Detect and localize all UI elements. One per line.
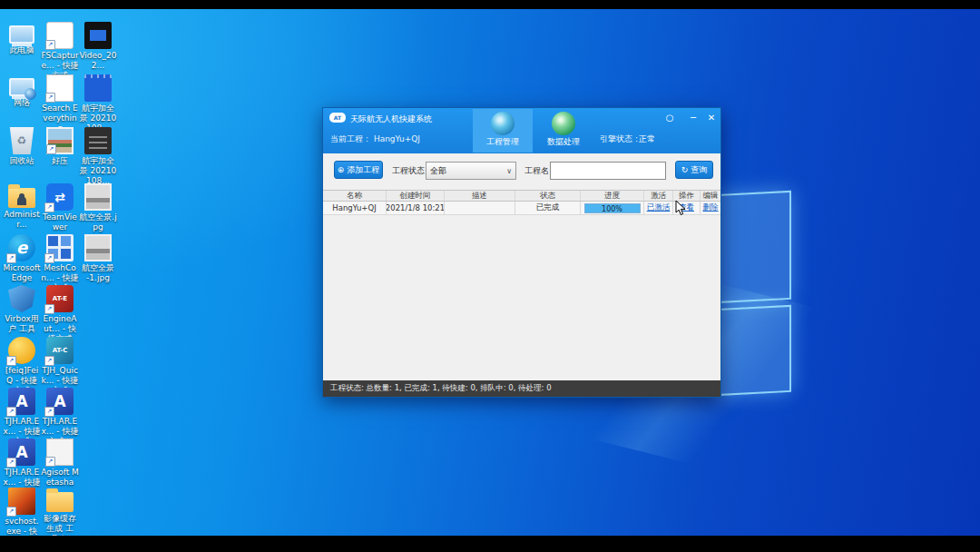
pano-video-icon xyxy=(84,74,112,102)
cell-created: 2021/1/8 10:21 xyxy=(387,202,445,214)
project-status-dropdown[interactable]: 全部 ∨ xyxy=(426,162,516,180)
meshconv-icon xyxy=(46,234,74,261)
feiq-icon xyxy=(8,337,35,364)
desktop-icon-virbox-tool[interactable]: Virbox用户 工具 xyxy=(3,285,41,334)
windows-logo-pane-top xyxy=(715,191,791,303)
pano-jpg-icon xyxy=(84,183,112,211)
col-description: 描述 xyxy=(445,191,515,201)
desktop-icon-admin-folder[interactable]: Administr... xyxy=(3,183,41,230)
desktop-icon-tjh-quick[interactable]: AT-CTJH_Quick... - 快捷方式 xyxy=(41,337,79,395)
col-created: 创建时间 xyxy=(387,191,445,201)
window-content: ⊕ 添加工程 工程状态 全部 ∨ 工程名 ↻ 查询 名称 创建时间 xyxy=(323,153,720,380)
icon-label: 影像缓存生成 工具-tx xyxy=(41,514,79,536)
activated-link[interactable]: 已激活 xyxy=(647,202,671,213)
windows-logo-pane-bottom xyxy=(715,305,791,396)
icon-label: 航空全景 -1.jpg xyxy=(79,263,117,283)
tjh-ar-3-icon: A xyxy=(8,439,35,466)
icon-glyph: AT-C xyxy=(53,348,68,354)
desktop-icon-network[interactable]: 网络 xyxy=(3,74,41,108)
desktop-icon-video-file[interactable]: Video_202... xyxy=(79,22,117,71)
delete-link[interactable]: 删除 xyxy=(703,202,719,213)
network-icon xyxy=(9,78,34,96)
icon-glyph: e xyxy=(16,240,27,256)
desktop-icon-tjh-ar-1[interactable]: ATJH.AR.Ex... - 快捷方式 xyxy=(3,388,41,446)
desktop-icon-engine-auto[interactable]: AT-EEngineAut... - 快捷方式 xyxy=(41,285,79,343)
mouse-cursor xyxy=(675,201,688,217)
desktop-icon-recycle-bin[interactable]: ♻回收站 xyxy=(3,127,41,166)
icon-glyph: AT-E xyxy=(53,296,67,302)
minimize-button[interactable]: ─ xyxy=(686,112,701,124)
desktop-icon-pano-video[interactable]: 航宇加全景 20210108... xyxy=(79,74,117,133)
icon-label: 回收站 xyxy=(3,156,41,166)
search-everything-icon xyxy=(46,74,74,102)
pano-jpg-1-icon xyxy=(84,234,112,261)
icon-label: Virbox用户 工具 xyxy=(3,314,41,334)
col-activate: 激活 xyxy=(644,191,673,201)
desktop-icon-pano-text[interactable]: 航宇加全景 20210108... xyxy=(79,127,117,185)
chevron-down-icon: ∨ xyxy=(506,167,512,175)
haozip-icon xyxy=(46,127,74,154)
teamviewer-icon: ⇄ xyxy=(46,183,74,211)
this-pc-icon xyxy=(9,25,34,44)
tab-project-management-label: 工程管理 xyxy=(473,136,533,148)
engine-auto-icon: AT-E xyxy=(46,285,74,312)
project-name-label: 工程名 xyxy=(524,165,549,177)
cell-description xyxy=(445,202,515,214)
icon-label: Administr... xyxy=(3,210,41,230)
app-logo-icon: AT xyxy=(329,113,346,123)
desktop-icon-meshconv[interactable]: MeshCon... - 快捷方式 xyxy=(41,234,79,292)
plus-icon: ⊕ xyxy=(338,165,345,174)
data-globe-icon xyxy=(552,112,575,135)
desktop-icon-cache-tool-folder[interactable]: 影像缓存生成 工具-tx xyxy=(41,488,79,536)
current-project: 当前工程： HangYu+QJ xyxy=(330,133,420,145)
desktop-icon-pano-jpg-1[interactable]: 航空全景 -1.jpg xyxy=(79,234,117,283)
svchost-icon xyxy=(8,488,35,515)
cell-status: 已完成 xyxy=(515,202,581,214)
desktop-icon-feiq[interactable]: [feiq]FeiQ - 快捷方式 xyxy=(3,337,41,395)
desktop-icon-teamviewer[interactable]: ⇄TeamViewer xyxy=(41,183,79,232)
app-window: AT 天际航无人机快建系统 ○ ─ ✕ 当前工程： HangYu+QJ 引擎状态… xyxy=(322,107,721,398)
desktop-icon-svchost[interactable]: svchost.exe - 快捷方式 xyxy=(3,488,41,536)
col-edit: 编辑 xyxy=(701,191,720,201)
tab-data-processing[interactable]: 数据处理 xyxy=(534,109,593,153)
tab-project-management[interactable]: 工程管理 xyxy=(473,109,533,153)
icon-label: 网络 xyxy=(3,98,41,108)
project-name-input[interactable] xyxy=(550,162,666,180)
icon-label: Microsoft Edge xyxy=(3,263,41,283)
add-project-button[interactable]: ⊕ 添加工程 xyxy=(334,161,383,179)
project-table: 名称 创建时间 描述 状态 进度 激活 操作 编辑 HangYu+QJ 2021… xyxy=(323,190,720,215)
icon-label: TeamViewer xyxy=(41,212,79,232)
icon-glyph: ♻ xyxy=(17,135,27,146)
video-file-icon xyxy=(84,22,112,49)
desktop-icon-pano-jpg[interactable]: 航空全景.jpg xyxy=(79,183,117,232)
status-bar: 工程状态: 总数量: 1, 已完成: 1, 待快建: 0, 排队中: 0, 待处… xyxy=(323,380,720,397)
icon-label: svchost.exe - 快捷方式 xyxy=(3,517,41,536)
desktop-icon-search-everything[interactable]: Search Everything xyxy=(41,74,79,133)
desktop-icon-tjh-ar-2[interactable]: ATJH.AR.Ex... - 快捷方式... xyxy=(41,388,79,446)
virbox-tool-icon xyxy=(8,285,35,312)
col-name: 名称 xyxy=(323,191,387,201)
add-project-label: 添加工程 xyxy=(347,164,379,176)
desktop-icon-haozip[interactable]: 好压 xyxy=(41,127,79,166)
tjh-ar-1-icon: A xyxy=(8,388,35,415)
admin-folder-icon xyxy=(8,188,35,208)
icon-label: 航空全景.jpg xyxy=(79,212,117,232)
settings-button[interactable]: ○ xyxy=(662,112,677,124)
icon-label: 好压 xyxy=(41,156,79,166)
fscapture-icon xyxy=(46,22,74,49)
close-button[interactable]: ✕ xyxy=(704,112,719,124)
desktop-icon-fscapture[interactable]: FSCapture... - 快捷方式 xyxy=(41,22,79,80)
pano-text-icon xyxy=(84,127,112,154)
window-title: 天际航无人机快建系统 xyxy=(350,113,432,125)
desktop-icon-microsoft-edge[interactable]: eMicrosoft Edge xyxy=(3,234,41,283)
query-button[interactable]: ↻ 查询 xyxy=(675,161,713,179)
cell-name: HangYu+QJ xyxy=(323,202,387,214)
cache-tool-folder-icon xyxy=(46,492,74,512)
agisoft-metashape-icon xyxy=(46,439,74,466)
col-progress: 进度 xyxy=(581,191,644,201)
icon-label: 此电脑 xyxy=(3,45,41,55)
engine-status-label: 引擎状态： xyxy=(600,133,641,145)
tjh-quick-icon: AT-C xyxy=(46,337,74,364)
cell-progress: 100% xyxy=(581,202,644,214)
desktop-icon-this-pc[interactable]: 此电脑 xyxy=(3,22,41,55)
